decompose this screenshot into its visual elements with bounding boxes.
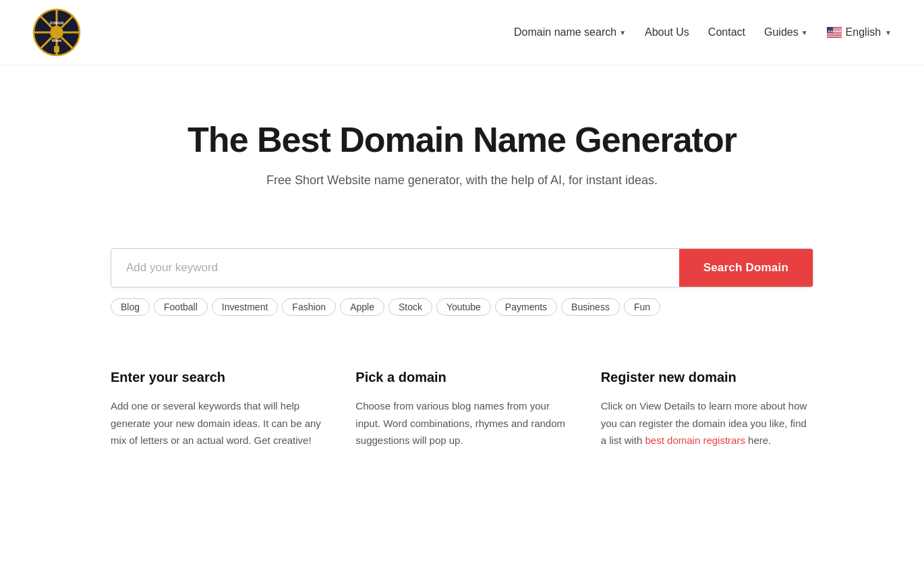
svg-rect-19: [827, 36, 842, 37]
feature-title: Register new domain: [601, 370, 813, 385]
nav-domain-search-link[interactable]: Domain name search: [514, 26, 616, 38]
tag-item[interactable]: Fashion: [282, 298, 336, 316]
feature-title: Pick a domain: [355, 370, 568, 385]
nav-contact[interactable]: Contact: [708, 26, 745, 38]
main-nav: Domain name search ▼ About Us Contact Gu…: [514, 26, 892, 38]
svg-rect-17: [827, 33, 842, 34]
search-button[interactable]: Search Domain: [679, 249, 813, 287]
hero-section: The Best Domain Name Generator Free Shor…: [0, 65, 924, 248]
hero-subtitle: Free Short Website name generator, with …: [16, 173, 908, 188]
language-label: English: [846, 26, 881, 38]
tag-item[interactable]: Youtube: [436, 298, 491, 316]
chevron-down-icon: ▼: [619, 29, 626, 36]
registrars-link[interactable]: best domain registrars: [645, 434, 745, 446]
feature-title: Enter your search: [111, 370, 323, 385]
svg-text:★★★★★★: ★★★★★★: [827, 29, 842, 33]
feature-body: Choose from various blog names from your…: [355, 397, 568, 449]
search-box: Search Domain: [111, 248, 813, 287]
tag-item[interactable]: Investment: [212, 298, 278, 316]
tag-item[interactable]: Blog: [111, 298, 150, 316]
nav-guides[interactable]: Guides ▼: [764, 26, 808, 38]
features-section: Enter your searchAdd one or several keyw…: [94, 370, 830, 503]
search-wrapper: Search Domain: [94, 248, 830, 287]
logo-icon: DOMAIN Wheel: [32, 8, 81, 57]
tag-item[interactable]: Football: [154, 298, 208, 316]
feature-block-register-domain: Register new domainClick on View Details…: [601, 370, 813, 449]
tag-item[interactable]: Payments: [495, 298, 557, 316]
feature-block-enter-search: Enter your searchAdd one or several keyw…: [111, 370, 323, 449]
site-header: DOMAIN Wheel Domain name search ▼ About …: [0, 0, 924, 65]
nav-guides-link[interactable]: Guides: [764, 26, 799, 38]
language-selector[interactable]: ★★★★★★ English ▼: [827, 26, 892, 38]
chevron-down-icon-lang: ▼: [885, 29, 892, 36]
search-input[interactable]: [111, 249, 679, 287]
nav-about[interactable]: About Us: [645, 26, 689, 38]
tag-item[interactable]: Fun: [624, 298, 660, 316]
logo-area[interactable]: DOMAIN Wheel: [32, 8, 81, 57]
svg-rect-18: [827, 34, 842, 35]
svg-rect-10: [54, 46, 59, 53]
chevron-down-icon-guides: ▼: [801, 29, 808, 36]
tag-item[interactable]: Apple: [340, 298, 384, 316]
feature-block-pick-domain: Pick a domainChoose from various blog na…: [355, 370, 568, 449]
tag-item[interactable]: Business: [561, 298, 620, 316]
hero-title: The Best Domain Name Generator: [16, 119, 908, 160]
svg-text:DOMAIN: DOMAIN: [50, 21, 64, 25]
tag-row: BlogFootballInvestmentFashionAppleStockY…: [94, 298, 830, 316]
svg-text:Wheel: Wheel: [52, 38, 62, 43]
feature-body: Click on View Details to learn more abou…: [601, 397, 813, 449]
nav-domain-search[interactable]: Domain name search ▼: [514, 26, 626, 38]
us-flag-icon: ★★★★★★: [827, 27, 842, 38]
tag-item[interactable]: Stock: [388, 298, 432, 316]
feature-body: Add one or several keywords that will he…: [111, 397, 323, 449]
